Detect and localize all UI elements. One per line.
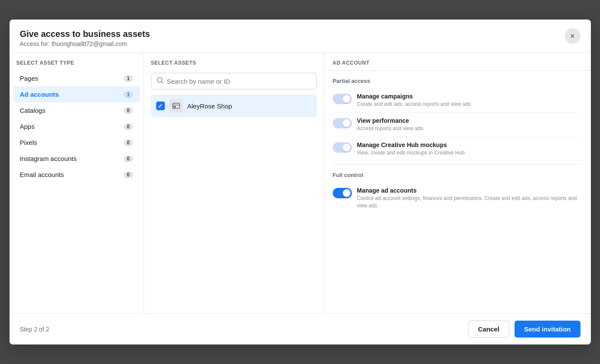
sidebar-item-ad-accounts-label: Ad accounts — [20, 91, 59, 98]
permission-view-performance: View performance Access reports and view… — [333, 113, 582, 137]
svg-rect-4 — [174, 106, 176, 108]
permission-creative-hub-text: Manage Creative Hub mockups View, create… — [357, 141, 465, 157]
permission-creative-hub-desc: View, create and edit mockups in Creativ… — [357, 149, 465, 157]
sidebar-item-pages-count: 1 — [124, 75, 133, 82]
permissions-panel: Ad account Partial access Manage campaig… — [324, 53, 591, 313]
sidebar-item-instagram-accounts[interactable]: Instagram accounts 0 — [13, 151, 140, 167]
sidebar-item-apps[interactable]: Apps 0 — [13, 118, 140, 134]
asset-item-aleyrose[interactable]: ✓ AleyRose Shop — [151, 95, 317, 117]
sidebar-item-email-label: Email accounts — [20, 171, 64, 178]
asset-type-panel: Select asset type Pages 1 Ad accounts 1 … — [10, 53, 144, 313]
sidebar-item-catalogs-label: Catalogs — [20, 107, 46, 114]
assets-panel: Select assets ✓ — [144, 53, 324, 313]
toggle-view-performance[interactable] — [333, 118, 352, 128]
permission-view-performance-title: View performance — [357, 117, 423, 124]
modal-body: Select asset type Pages 1 Ad accounts 1 … — [10, 53, 591, 313]
full-control-label: Full control — [333, 172, 582, 178]
sidebar-item-email-count: 0 — [124, 171, 133, 178]
asset-type-icon — [169, 99, 183, 113]
permission-manage-campaigns-title: Manage campaigns — [357, 93, 471, 100]
toggle-creative-hub[interactable] — [333, 142, 352, 153]
checkmark-icon: ✓ — [158, 103, 163, 109]
permission-creative-hub: Manage Creative Hub mockups View, create… — [333, 137, 582, 161]
search-input[interactable] — [167, 78, 311, 85]
permissions-panel-title: Ad account — [324, 53, 591, 71]
permission-manage-ad-accounts: Manage ad accounts Control ad account se… — [333, 183, 582, 214]
toggle-knob-manage-ad-accounts — [343, 189, 351, 197]
step-label: Step 2 of 2 — [20, 326, 49, 333]
toggle-manage-ad-accounts[interactable] — [333, 188, 352, 198]
sidebar-item-pixels[interactable]: Pixels 0 — [13, 134, 140, 151]
modal-header: Give access to business assets Access fo… — [10, 20, 591, 53]
sidebar-item-apps-label: Apps — [20, 123, 35, 130]
permission-manage-campaigns: Manage campaigns Create and edit ads, ac… — [333, 89, 582, 113]
sidebar-item-ad-accounts[interactable]: Ad accounts 1 — [13, 86, 140, 102]
permission-manage-ad-accounts-desc: Control ad account settings, finances an… — [357, 195, 582, 210]
sidebar-item-apps-count: 0 — [124, 123, 133, 130]
permission-view-performance-text: View performance Access reports and view… — [357, 117, 423, 132]
modal-subtitle: Access for: thuonghoailtt72@gmail.com — [20, 40, 150, 47]
sidebar-item-instagram-count: 0 — [124, 155, 133, 162]
footer-actions: Cancel Send invitation — [468, 321, 580, 338]
sidebar-item-pages-label: Pages — [20, 75, 39, 82]
sidebar-item-catalogs[interactable]: Catalogs 0 — [13, 102, 140, 118]
sidebar-item-catalogs-count: 0 — [124, 107, 133, 114]
permission-manage-campaigns-text: Manage campaigns Create and edit ads, ac… — [357, 93, 471, 108]
permissions-scroll-area: Partial access Manage campaigns Create a… — [324, 71, 591, 313]
permission-manage-ad-accounts-text: Manage ad accounts Control ad account se… — [357, 187, 582, 210]
send-invitation-button[interactable]: Send invitation — [515, 321, 580, 338]
modal-header-text: Give access to business assets Access fo… — [20, 28, 150, 47]
sidebar-item-pixels-label: Pixels — [20, 139, 37, 146]
svg-rect-2 — [173, 103, 180, 108]
permission-manage-ad-accounts-title: Manage ad accounts — [357, 187, 582, 194]
permission-view-performance-desc: Access reports and view ads — [357, 125, 423, 132]
close-button[interactable]: × — [565, 28, 580, 44]
sidebar-item-pages[interactable]: Pages 1 — [13, 70, 140, 86]
asset-type-panel-title: Select asset type — [10, 60, 144, 70]
toggle-manage-campaigns[interactable] — [333, 94, 352, 104]
cancel-button[interactable]: Cancel — [468, 321, 509, 338]
sidebar-item-instagram-label: Instagram accounts — [20, 155, 77, 162]
asset-checkbox: ✓ — [156, 102, 165, 110]
partial-access-label: Partial access — [333, 78, 582, 84]
permissions-divider — [333, 164, 582, 165]
toggle-knob-manage-campaigns — [343, 95, 351, 103]
sidebar-item-pixels-count: 0 — [124, 139, 133, 146]
sidebar-item-email-accounts[interactable]: Email accounts 0 — [13, 167, 140, 183]
permission-creative-hub-title: Manage Creative Hub mockups — [357, 141, 465, 148]
asset-name: AleyRose Shop — [187, 102, 232, 110]
modal-footer: Step 2 of 2 Cancel Send invitation — [10, 313, 591, 344]
svg-line-1 — [161, 82, 163, 83]
toggle-knob-view-performance — [343, 119, 351, 127]
sidebar-item-ad-accounts-count: 1 — [124, 91, 133, 98]
permission-manage-campaigns-desc: Create and edit ads, access reports and … — [357, 101, 471, 108]
modal-dialog: Give access to business assets Access fo… — [10, 20, 591, 344]
search-icon — [157, 77, 164, 85]
modal-title: Give access to business assets — [20, 28, 150, 39]
search-box[interactable] — [151, 73, 317, 89]
toggle-knob-creative-hub — [343, 144, 351, 151]
assets-panel-title: Select assets — [151, 60, 317, 66]
